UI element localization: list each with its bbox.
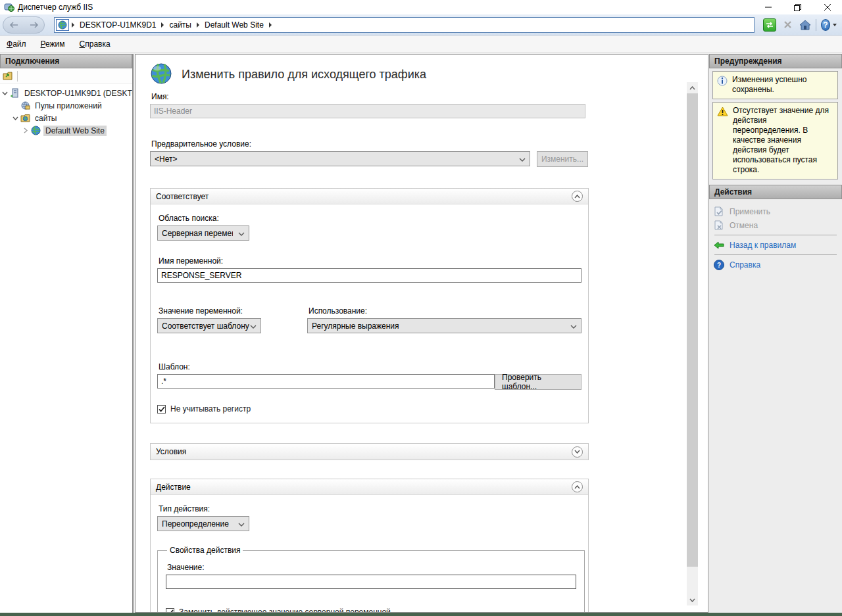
menu-view[interactable]: Режим (41, 39, 65, 49)
apply-label: Применить (730, 207, 770, 216)
conditions-section: Условия (150, 443, 589, 460)
back-icon[interactable] (9, 22, 18, 28)
apply-icon (714, 206, 724, 216)
using-value: Регулярные выражения (312, 321, 399, 331)
match-section-title: Соответствует (156, 192, 209, 201)
app-pools-icon (20, 101, 30, 111)
action-value-input[interactable] (166, 575, 576, 589)
restore-button[interactable] (783, 0, 812, 14)
ignore-case-label: Не учитывать регистр (170, 404, 251, 414)
edit-precondition-button: Изменить... (537, 151, 588, 167)
conditions-section-header[interactable]: Условия (151, 444, 588, 460)
test-pattern-button[interactable]: Проверить шаблон... (495, 374, 582, 390)
ignore-case-checkbox[interactable] (157, 405, 166, 414)
scope-label: Область поиска: (159, 214, 582, 223)
breadcrumb-separator-icon[interactable] (161, 22, 164, 28)
help-label: Справка (730, 260, 760, 270)
collapse-section-button[interactable] (572, 481, 583, 492)
breadcrumb-item-default-web-site[interactable]: Default Web Site (202, 20, 266, 30)
breadcrumb-item-sites[interactable]: сайты (166, 20, 194, 30)
connections-title: Подключения (5, 57, 59, 66)
actions-separator (714, 254, 837, 255)
tree-label-default-web-site[interactable]: Default Web Site (43, 126, 107, 136)
forward-icon[interactable] (30, 22, 39, 28)
chevron-down-icon (833, 24, 837, 26)
connections-header: Подключения (0, 54, 132, 68)
connections-tree: DESKTOP-U1MK9D1 (DESKTOP Пулы приложений (0, 84, 132, 137)
menu-help[interactable]: Справка (80, 39, 111, 49)
help-button[interactable]: ? (821, 18, 837, 32)
chevron-expanded-icon[interactable] (11, 116, 20, 120)
variable-value-value: Соответствует шаблону (162, 321, 249, 331)
replace-checkbox[interactable] (166, 608, 174, 613)
action-type-label: Тип действия: (159, 504, 582, 513)
breadcrumb-item-server[interactable]: DESKTOP-U1MK9D1 (77, 20, 159, 30)
status-bar (0, 613, 842, 616)
minimize-button[interactable] (753, 0, 783, 14)
help-icon: ? (821, 19, 830, 31)
tree-label-sites[interactable]: сайты (33, 113, 59, 124)
menu-bar: Файл Режим Справка (0, 36, 842, 53)
scroll-up-icon[interactable] (687, 82, 698, 93)
refresh-icon (763, 18, 776, 32)
save-connection-icon[interactable] (3, 71, 13, 81)
tree-item-app-pools[interactable]: Пулы приложений (0, 99, 132, 112)
scroll-down-icon[interactable] (687, 594, 698, 605)
connections-panel: Подключения DESKTOP-U1MK9D1 (DESKTOP (0, 54, 134, 613)
action-value-label: Значение: (167, 563, 576, 572)
home-button[interactable] (797, 18, 813, 32)
globe-icon[interactable] (56, 19, 69, 31)
chevron-expanded-icon[interactable] (0, 91, 9, 95)
tree-item-server[interactable]: DESKTOP-U1MK9D1 (DESKTOP (0, 87, 132, 99)
action-type-value: Переопределение (162, 519, 229, 529)
action-section-title: Действие (156, 483, 191, 492)
variable-name-input[interactable] (157, 268, 582, 283)
help-link[interactable]: ? Справка (709, 258, 842, 272)
toolbar-separator (17, 71, 18, 82)
cancel-icon (714, 220, 724, 230)
breadcrumb-separator-icon[interactable] (269, 22, 272, 28)
precondition-select[interactable]: <Нет> (150, 151, 530, 166)
refresh-button[interactable] (762, 18, 778, 32)
name-label: Имя: (151, 92, 708, 101)
back-to-rules-link[interactable]: Назад к правилам (709, 238, 842, 252)
address-bar: DESKTOP-U1MK9D1 сайты Default Web Site ? (0, 14, 842, 36)
precondition-value: <Нет> (155, 154, 177, 164)
pattern-input[interactable] (157, 374, 495, 389)
alerts-title: Предупреждения (714, 57, 782, 66)
scrollbar-thumb[interactable] (687, 93, 698, 567)
title-bar: Диспетчер служб IIS (0, 0, 842, 14)
match-section-header[interactable]: Соответствует (151, 189, 588, 204)
chevron-down-icon (238, 229, 245, 238)
vertical-scrollbar[interactable] (687, 82, 698, 605)
scope-select[interactable]: Серверная переменн (157, 225, 249, 241)
breadcrumb-separator-icon[interactable] (197, 22, 199, 28)
svg-text:?: ? (717, 261, 721, 268)
variable-value-select[interactable]: Соответствует шаблону (157, 318, 261, 333)
using-select[interactable]: Регулярные выражения (307, 318, 582, 333)
tree-item-sites[interactable]: сайты (0, 112, 132, 124)
tree-label-app-pools[interactable]: Пулы приложений (33, 101, 104, 111)
expand-section-button[interactable] (572, 446, 583, 458)
name-input (150, 104, 585, 118)
collapse-section-button[interactable] (572, 191, 583, 202)
test-pattern-label: Проверить шаблон... (502, 373, 574, 391)
menu-file[interactable]: Файл (7, 39, 26, 49)
back-arrow-icon (714, 241, 724, 249)
action-section-header[interactable]: Действие (151, 479, 588, 495)
chevron-collapsed-icon[interactable] (21, 128, 30, 133)
tree-item-default-web-site[interactable]: Default Web Site (0, 124, 132, 137)
address-toolbar: ? (760, 18, 837, 32)
right-panel: Предупреждения Изменения успешно сохране… (709, 54, 842, 613)
tree-label-server[interactable]: DESKTOP-U1MK9D1 (DESKTOP (22, 88, 132, 99)
replace-label: Заменить действующее значение серверной … (179, 607, 391, 613)
replace-row: Заменить действующее значение серверной … (166, 607, 576, 613)
close-button[interactable] (812, 0, 842, 14)
info-alert: Изменения успешно сохранены. (712, 71, 838, 99)
server-icon (9, 88, 20, 99)
info-icon (717, 76, 728, 95)
window-title: Диспетчер служб IIS (18, 3, 93, 12)
action-type-select[interactable]: Переопределение (157, 516, 249, 531)
nav-buttons (3, 16, 45, 34)
page-globe-icon (150, 62, 172, 87)
